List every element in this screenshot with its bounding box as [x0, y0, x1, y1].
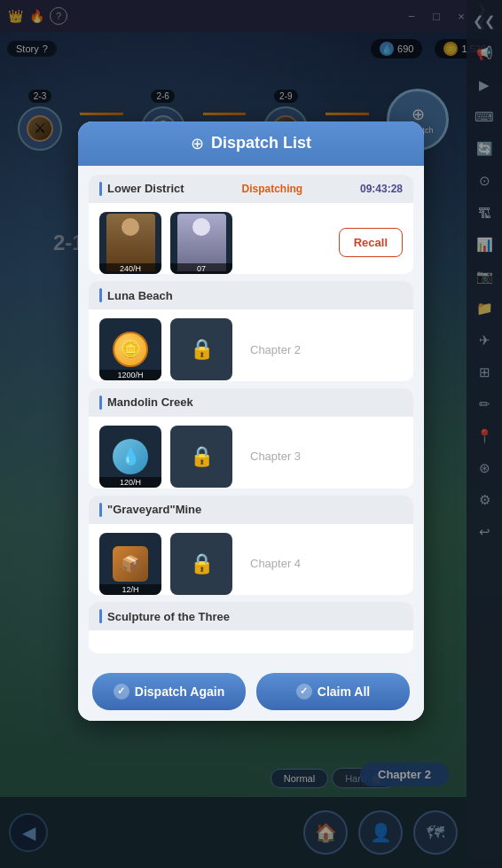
- section-header-sculpture: Sculpture of the Three: [89, 602, 413, 630]
- lower-district-content: 240/H 07 Recall: [89, 203, 413, 275]
- section-accent-1: [99, 182, 102, 196]
- chapter3-unlock-text: Chapter 3: [250, 450, 301, 463]
- section-title-sculpture: Sculpture of the Three: [99, 609, 230, 623]
- dispatch-again-check-icon: ✓: [114, 684, 129, 700]
- section-lower-district: Lower District Dispatching 09:43:28 240/…: [89, 175, 413, 275]
- sculpture-three-label: Sculpture of the Three: [107, 610, 230, 623]
- chapter2-unlock-text: Chapter 2: [250, 343, 301, 356]
- luna-beach-label: Luna Beach: [107, 289, 173, 302]
- dispatch-again-button[interactable]: ✓ Dispatch Again: [92, 673, 246, 710]
- coin-icon: 🪙: [113, 332, 148, 367]
- modal-footer: ✓ Dispatch Again ✓ Claim All: [78, 662, 424, 721]
- section-header-luna: Luna Beach: [89, 281, 413, 309]
- lock-icon-2: 🔒: [190, 338, 214, 361]
- dispatch-timer: 09:43:28: [360, 183, 403, 195]
- section-title-lower: Lower District: [99, 182, 184, 196]
- locked-slot-ch2: 🔒: [170, 318, 232, 380]
- modal-overlay: ⊕ Dispatch List Lower District Dispatchi…: [0, 0, 502, 868]
- modal-header: ⊕ Dispatch List: [78, 121, 424, 166]
- locked-slot-ch3: 🔒: [170, 426, 232, 488]
- section-title-luna: Luna Beach: [99, 288, 173, 302]
- section-header-mandolin: Mandolin Creek: [89, 388, 413, 417]
- recall-button[interactable]: Recall: [339, 228, 403, 257]
- section-accent-2: [99, 288, 102, 302]
- section-luna-beach: Luna Beach 🪙 1200/H 🔒 Chapter 2: [89, 281, 413, 381]
- char1-count: 240/H: [99, 263, 161, 274]
- section-accent-5: [99, 609, 102, 623]
- lock-icon-3: 🔒: [190, 445, 214, 468]
- dispatch-modal: ⊕ Dispatch List Lower District Dispatchi…: [78, 121, 424, 721]
- mandolin-item-slot: 💧 120/H: [99, 426, 161, 488]
- claim-all-label: Claim All: [318, 684, 370, 699]
- modal-body: Lower District Dispatching 09:43:28 240/…: [78, 166, 424, 662]
- luna-beach-content: 🪙 1200/H 🔒 Chapter 2: [89, 309, 413, 381]
- section-header-lower: Lower District Dispatching 09:43:28: [89, 175, 413, 203]
- section-title-graveyard: "Graveyard"Mine: [99, 503, 201, 517]
- char2-count: 07: [170, 263, 232, 274]
- dispatch-again-label: Dispatch Again: [135, 684, 224, 699]
- section-title-mandolin: Mandolin Creek: [99, 395, 193, 410]
- mandolin-item-count: 120/H: [99, 477, 161, 488]
- char-slot-1: 240/H: [99, 212, 161, 274]
- modal-title: Dispatch List: [211, 134, 311, 152]
- mandolin-creek-label: Mandolin Creek: [107, 395, 193, 409]
- dispatching-status: Dispatching: [241, 183, 302, 195]
- mandolin-creek-content: 💧 120/H 🔒 Chapter 3: [89, 417, 413, 489]
- section-accent-3: [99, 395, 102, 410]
- chest-icon: 📦: [113, 546, 148, 582]
- graveyard-mine-content: 📦 12/H 🔒 Chapter 4: [89, 524, 413, 596]
- luna-item-count: 1200/H: [99, 370, 161, 380]
- section-header-graveyard: "Graveyard"Mine: [89, 496, 413, 524]
- char-slot-2: 07: [170, 212, 232, 274]
- dispatch-header-icon: ⊕: [191, 134, 204, 153]
- claim-all-check-icon: ✓: [296, 684, 312, 700]
- section-mandolin-creek: Mandolin Creek 💧 120/H 🔒 Chapter 3: [89, 388, 413, 489]
- graveyard-item-count: 12/H: [99, 584, 161, 595]
- chapter4-unlock-text: Chapter 4: [250, 557, 301, 570]
- water-drop-icon: 💧: [113, 439, 148, 474]
- section-graveyard-mine: "Graveyard"Mine 📦 12/H 🔒 Chapter 4: [89, 496, 413, 596]
- lower-district-label: Lower District: [107, 182, 184, 195]
- claim-all-button[interactable]: ✓ Claim All: [256, 673, 410, 710]
- sculpture-partial-content: [89, 630, 413, 653]
- section-sculpture-three: Sculpture of the Three: [89, 602, 413, 653]
- graveyard-mine-label: "Graveyard"Mine: [107, 503, 201, 516]
- locked-slot-ch4: 🔒: [170, 533, 232, 595]
- luna-item-slot: 🪙 1200/H: [99, 318, 161, 380]
- graveyard-item-slot: 📦 12/H: [99, 533, 161, 595]
- section-accent-4: [99, 503, 102, 517]
- lock-icon-4: 🔒: [190, 552, 214, 575]
